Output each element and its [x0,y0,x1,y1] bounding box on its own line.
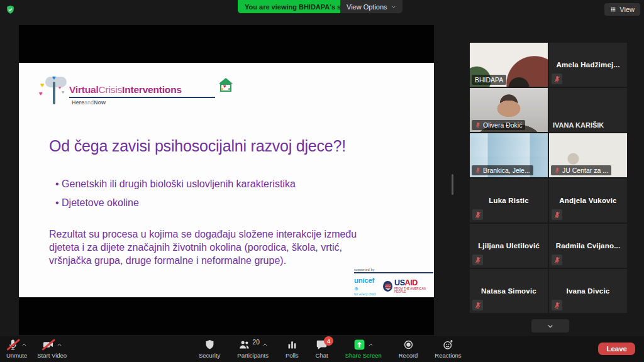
toolbar-item-record[interactable]: Record [399,338,418,359]
toolbar-item-label: Polls [286,352,299,359]
muted-mic-icon [475,122,481,128]
view-button-label: View [619,6,635,13]
logo-house-icon: ♥ [219,78,233,93]
supported-by-label: supported by [354,268,433,272]
muted-mic-icon [475,167,481,173]
toolbar-item-reactions[interactable]: Reactions [435,338,461,359]
participant-tile-radmila-cvijano[interactable]: Radmila Cvijano... [549,224,627,268]
people-icon [238,339,250,351]
toolbar-item-security[interactable]: Security [199,338,220,359]
view-options-button[interactable]: View Options [340,0,402,13]
muted-mic-icon [552,255,562,265]
slide-bullet: Djetetove okoline [55,197,296,209]
presentation-slide: ♥ ♥ ♥ ♥ ♥ VirtualCrisisInterventions Her… [19,63,434,297]
record-icon [402,339,414,351]
muted-mic-icon [472,209,483,220]
logo-subtitle: HereandNow [69,99,215,106]
logo-brand: VirtualCrisisInterventions [69,84,215,96]
caret-up-icon[interactable] [57,342,62,348]
toolbar-item-label: Reactions [435,352,461,359]
toolbar-item-label: Unmute [6,352,27,359]
slide-bullet: Genetskih ili drugih biološki uslovljeni… [55,178,296,190]
smiley-icon [442,339,454,351]
unicef-tagline: for every child [354,292,377,296]
participant-tile-bhidapa[interactable]: BHIDAPA [470,43,548,87]
unicef-globe-icon: ⊕ [354,286,358,292]
toolbar-item-label: Start Video [37,352,67,359]
participant-tile-andjela-vukovic[interactable]: Andjela Vukovic [549,178,627,222]
participant-tile-amela-had-imej[interactable]: Amela Hadžimej... [549,43,627,87]
participant-name: Olivera Đokić [472,120,525,130]
toolbar-item-label: Share Screen [345,352,382,359]
caret-up-icon[interactable] [262,342,268,348]
unicef-logo: unicef ⊕ for every child [354,277,377,296]
participant-tile-brankica-jele[interactable]: Brankica, Jele... [470,133,548,177]
sponsor-logos: supported by unicef ⊕ for every child US… [354,268,433,296]
usaid-wordmark: US [394,278,405,287]
logo-brand-part: Virtual [69,84,99,95]
muted-mic-icon [472,255,483,265]
participants-scroll-down-button[interactable] [531,319,569,332]
grid-view-icon [610,6,616,13]
participant-tile-ljiljana-uletilovi[interactable]: Ljiljana Uletilović [470,224,548,268]
logo-rule [69,97,215,98]
participant-name: IVANA KARIŠIK [553,121,604,129]
shield-icon [204,339,216,351]
share-icon [353,339,365,351]
usaid-emblem-icon [383,281,392,292]
unicef-wordmark: unicef [354,277,374,284]
participant-tile-olivera-oki[interactable]: Olivera Đokić [470,88,548,132]
participant-tile-ivana-kari-ik[interactable]: IVANA KARIŠIK [549,88,627,132]
participant-tile-luka-ristic[interactable]: Luka Ristic [470,178,548,222]
toolbar-left: UnmuteStart Video [6,338,67,359]
logo-brand-part: Crisis [99,84,123,95]
chevron-down-icon [547,322,554,330]
slide-bullet-list: Genetskih ili drugih biološki uslovljeni… [55,178,296,216]
usaid-wordmark: AID [405,278,418,287]
sponsor-rule [354,272,433,273]
toolbar-item-share-screen[interactable]: Share Screen [345,338,382,359]
logo-tree-icon: ♥ ♥ ♥ ♥ ♥ [42,77,69,107]
panel-resize-handle[interactable] [452,174,453,195]
toolbar-center: Security20ParticipantsPolls4ChatShare Sc… [199,338,462,359]
zoom-meeting-window: You are viewing BHIDAPA's screen View Op… [0,0,644,362]
muted-mic-icon [552,209,562,220]
encryption-shield-icon[interactable] [5,4,16,15]
toolbar-item-label: Chat [316,352,328,359]
muted-mic-icon [552,74,562,84]
muted-mic-icon [472,300,483,310]
toolbar-item-unmute[interactable]: Unmute [6,338,27,359]
logo-text: VirtualCrisisInterventions HereandNow [69,77,215,106]
toolbar-item-participants[interactable]: 20Participants [237,338,269,359]
participant-name: Brankica, Jele... [472,165,533,175]
toolbar-item-label: Participants [237,352,269,359]
muted-mic-icon [552,300,562,310]
vci-logo: ♥ ♥ ♥ ♥ ♥ VirtualCrisisInterventions Her… [42,77,233,107]
toolbar-item-polls[interactable]: Polls [286,338,299,359]
participant-tile-ju-centar-za[interactable]: JU Centar za ... [549,133,627,177]
participants-count: 20 [253,339,260,346]
caret-up-icon[interactable] [21,342,27,348]
bars-icon [286,339,298,351]
participant-name: JU Centar za ... [551,165,611,175]
mic-icon [7,339,19,351]
shared-screen-area: ♥ ♥ ♥ ♥ ♥ VirtualCrisisInterventions Her… [19,25,434,335]
toolbar-item-label: Security [199,352,220,359]
participant-tile-ivana-divcic[interactable]: Ivana Divcic [549,269,627,313]
chat-unread-badge: 4 [324,336,333,346]
usaid-logo: USAID FROM THE AMERICAN PEOPLE [383,279,433,294]
toolbar-item-chat[interactable]: 4Chat [316,338,328,359]
participant-tile-natasa-simovic[interactable]: Natasa Simovic [470,269,548,313]
meeting-toolbar: UnmuteStart Video Security20Participants… [0,336,644,362]
chevron-down-icon [391,4,396,9]
view-button[interactable]: View [604,3,640,16]
leave-button[interactable]: Leave [598,343,635,355]
caret-up-icon[interactable] [368,342,374,348]
video-icon [42,339,54,351]
logo-brand-part: Interventions [122,84,182,95]
participant-name: BHIDAPA [472,75,506,85]
slide-title: Od čega zavisi psihosocijalni razvoj dje… [49,137,346,155]
logo-subtitle-part: Here [72,99,84,106]
toolbar-item-start-video[interactable]: Start Video [37,338,67,359]
slide-paragraph: Rezultat su procesa u kojima se događaju… [49,228,439,267]
